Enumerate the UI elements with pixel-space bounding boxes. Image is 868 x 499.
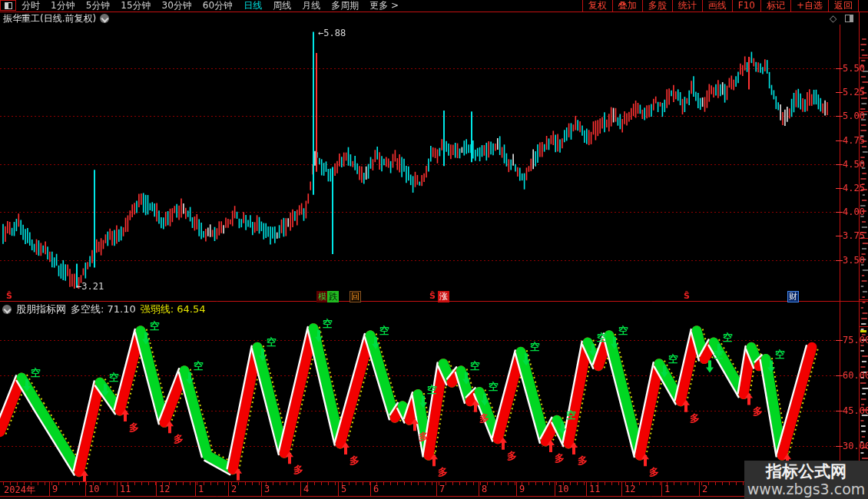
split-window-icon [5, 2, 12, 9]
toolbar-button-3[interactable]: 统计 [672, 0, 702, 12]
qiangruo-label: 强弱线: [141, 303, 174, 315]
date-axis-label: 10 [88, 484, 99, 494]
date-axis-label: 4 [303, 484, 309, 494]
chevron-down-icon[interactable] [100, 14, 109, 23]
toolbar-button-2[interactable]: 多股 [642, 0, 672, 12]
indicator-line1: 多空线: 71.10 [71, 302, 136, 316]
period-tab-2[interactable]: 5分钟 [86, 0, 111, 12]
price-axis-label: 5.50 [843, 63, 868, 74]
date-axis-label: 2 [231, 484, 237, 494]
price-axis-label: 4.50 [843, 159, 868, 170]
event-tag-marker[interactable]: 跌 [327, 291, 339, 302]
indicator-axis-label: 75.00 [843, 335, 868, 345]
indicator-line2: 强弱线: 64.54 [141, 302, 206, 316]
qiangruo-value: 64.54 [177, 303, 205, 315]
exright-marker[interactable]: Ŝ [6, 291, 12, 301]
period-tab-8[interactable]: 月线 [302, 0, 320, 12]
duokong-value: 71.10 [108, 303, 136, 315]
period-tab-3[interactable]: 15分钟 [121, 0, 151, 12]
event-tag-marker[interactable]: 回 [350, 291, 361, 302]
date-axis-label: 7 [439, 484, 445, 494]
chart-canvas[interactable] [0, 0, 868, 499]
watermark-box: 指标公式网 www.zbgs3.com [744, 461, 868, 499]
event-tag-marker[interactable]: 涨 [438, 291, 449, 302]
date-axis-label: 11 [120, 484, 131, 494]
date-axis-label: 1 [198, 484, 204, 494]
event-tag-marker[interactable]: 模 [316, 291, 328, 302]
event-tag-marker[interactable]: 财 [787, 291, 799, 302]
indicator-axis-label: 60.00 [843, 370, 868, 381]
date-axis-label: 2024年 [4, 484, 35, 497]
toolbar-button-5[interactable]: F10 [732, 0, 760, 12]
date-axis-label: 10 [558, 484, 568, 494]
date-axis-label: 8 [482, 484, 487, 494]
date-axis-label: 9 [52, 484, 58, 494]
indicator-source: 股朋指标网 [16, 302, 66, 316]
period-tab-9[interactable]: 多周期 [331, 0, 359, 12]
date-axis-label: 3 [264, 484, 270, 494]
period-tabs: 分时1分钟5分钟15分钟30分钟60分钟日线周线月线多周期更多 > [22, 0, 399, 12]
price-axis-label: 3.50 [843, 255, 868, 266]
date-axis-label: 9 [519, 484, 525, 494]
top-toolbar: 分时1分钟5分钟15分钟30分钟60分钟日线周线月线多周期更多 > 复权叠加多股… [0, 0, 868, 12]
indicator-chevron-icon[interactable] [2, 305, 12, 314]
tdx-app-window: 分时1分钟5分钟15分钟30分钟60分钟日线周线月线多周期更多 > 复权叠加多股… [0, 0, 868, 499]
date-axis-label: 5 [341, 484, 346, 494]
toolbar-button-4[interactable]: 画线 [702, 0, 732, 12]
window-icon-button[interactable] [0, 0, 16, 11]
stock-title: 振华重工(日线.前复权) [3, 12, 96, 25]
toolbar-button-1[interactable]: 叠加 [612, 0, 642, 12]
price-axis-label: 3.75 [843, 230, 868, 241]
price-axis-label: 5.00 [843, 111, 868, 121]
date-axis-label: 1 [664, 484, 670, 494]
indicator-axis-label: 45.00 [843, 405, 868, 416]
price-axis-label: 4.00 [843, 207, 868, 217]
indicator-header: 股朋指标网 多空线: 71.10 强弱线: 64.54 [2, 303, 206, 315]
period-tab-10[interactable]: 更多 > [369, 0, 399, 12]
title-row: 振华重工(日线.前复权) [3, 13, 109, 24]
toolbar-button-7[interactable]: +自选 [790, 0, 828, 12]
watermark-url: www.zbgs3.com [747, 481, 866, 497]
date-axis-label: 6 [373, 484, 379, 494]
toolbar-button-8[interactable]: 返回 [828, 0, 859, 12]
date-axis-label: 2 [702, 484, 707, 494]
date-axis-label: 12 [624, 484, 635, 494]
exright-marker[interactable]: Ŝ [429, 291, 436, 301]
toolbar-right-buttons: 复权叠加多股统计画线F10标记+自选返回 [582, 0, 859, 12]
price-axis-label: 4.25 [843, 183, 868, 193]
period-tab-5[interactable]: 60分钟 [203, 0, 233, 12]
period-tab-4[interactable]: 30分钟 [162, 0, 192, 12]
period-tab-0[interactable]: 分时 [22, 0, 40, 12]
period-tab-7[interactable]: 周线 [273, 0, 291, 12]
period-tab-6[interactable]: 日线 [244, 0, 262, 12]
price-axis-label: 5.25 [843, 87, 868, 97]
watermark-title: 指标公式网 [766, 462, 846, 481]
exright-marker[interactable]: Ŝ [684, 291, 690, 301]
low-annotation: ←3.21 [76, 281, 104, 292]
duokong-label: 多空线: [71, 303, 104, 315]
price-axis-label: 4.75 [843, 135, 868, 146]
indicator-axis-label: 30.00 [843, 441, 868, 451]
diamond-icon[interactable]: ◇ [830, 13, 837, 24]
date-axis-label: 11 [589, 484, 600, 494]
high-annotation: ←5.88 [318, 28, 346, 38]
split-pane-icon[interactable] [845, 15, 853, 22]
toolbar-button-6[interactable]: 标记 [760, 0, 790, 12]
period-tab-1[interactable]: 1分钟 [51, 0, 75, 12]
date-axis-label: 12 [159, 484, 170, 494]
toolbar-button-0[interactable]: 复权 [582, 0, 612, 12]
